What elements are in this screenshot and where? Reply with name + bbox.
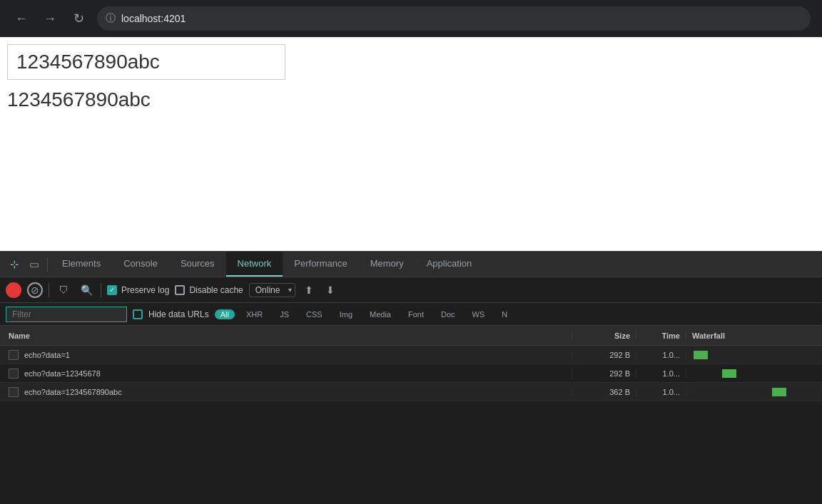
- devtools-tabs-bar: ⊹ ▭ Elements Console Sources Network Per…: [0, 252, 822, 277]
- filter-pill-n[interactable]: N: [496, 309, 513, 319]
- row-time-2: 1.0...: [636, 369, 686, 378]
- toolbar-separator-1: [49, 283, 49, 297]
- table-row[interactable]: echo?data=12345678 292 B 1.0...: [0, 364, 822, 383]
- page-text: 1234567890abc: [7, 88, 815, 111]
- row-size-3: 362 B: [572, 388, 636, 396]
- filter-bar: Hide data URLs All XHR JS CSS Img Media …: [0, 303, 822, 326]
- hide-data-urls-checkbox[interactable]: [133, 309, 143, 319]
- disable-cache-checkbox[interactable]: [175, 285, 185, 295]
- col-header-size: Size: [572, 331, 636, 340]
- forward-button[interactable]: →: [40, 9, 60, 29]
- filter-pill-css[interactable]: CSS: [300, 309, 328, 319]
- clear-button[interactable]: ⊘: [27, 282, 43, 298]
- row-name-3: echo?data=1234567890abc: [0, 387, 572, 397]
- network-toolbar: ⊘ ⛉ 🔍 ✓ Preserve log Disable cache Onlin…: [0, 277, 822, 303]
- row-checkbox-2: [9, 369, 19, 379]
- throttle-select[interactable]: Online: [249, 283, 295, 297]
- device-icon-btn[interactable]: ▭: [24, 254, 44, 274]
- filter-pill-all[interactable]: All: [215, 309, 235, 319]
- back-button[interactable]: ←: [11, 9, 31, 29]
- waterfall-bar-1: [694, 351, 708, 359]
- address-bar[interactable]: ⓘ localhost:4201: [97, 6, 811, 31]
- row-time-1: 1.0...: [636, 351, 686, 359]
- row-size-2: 292 B: [572, 369, 636, 378]
- filter-pill-doc[interactable]: Doc: [435, 309, 461, 319]
- cursor-icon-btn[interactable]: ⊹: [4, 254, 24, 274]
- row-checkbox-1: [9, 350, 19, 360]
- info-icon: ⓘ: [106, 12, 116, 25]
- filter-pill-img[interactable]: Img: [334, 309, 358, 319]
- main-input[interactable]: [7, 44, 285, 80]
- network-table: Name Size Time Waterfall echo?data=1 292…: [0, 326, 822, 504]
- col-header-time: Time: [636, 331, 686, 340]
- tab-sources[interactable]: Sources: [169, 252, 226, 277]
- filter-pill-media[interactable]: Media: [364, 309, 397, 319]
- row-name-1: echo?data=1: [0, 350, 572, 360]
- throttle-wrapper: Online ▾: [249, 283, 295, 297]
- toolbar-separator-2: [101, 283, 101, 297]
- preserve-log-label[interactable]: ✓ Preserve log: [107, 285, 169, 295]
- waterfall-bar-3: [772, 388, 786, 396]
- upload-icon[interactable]: ⬆: [301, 282, 317, 298]
- row-name-2: echo?data=12345678: [0, 369, 572, 379]
- table-row[interactable]: echo?data=1 292 B 1.0...: [0, 346, 822, 364]
- tab-separator-1: [47, 257, 48, 272]
- col-header-name: Name: [0, 331, 572, 340]
- record-button[interactable]: [6, 282, 21, 298]
- tab-network[interactable]: Network: [226, 252, 283, 277]
- filter-pill-font[interactable]: Font: [402, 309, 430, 319]
- row-time-3: 1.0...: [636, 388, 686, 396]
- url-text: localhost:4201: [121, 13, 186, 24]
- tab-console[interactable]: Console: [112, 252, 169, 277]
- reload-button[interactable]: ↻: [68, 9, 88, 29]
- browser-chrome: ← → ↻ ⓘ localhost:4201: [0, 0, 822, 37]
- hide-data-urls-label: Hide data URLs: [148, 309, 209, 319]
- filter-pill-xhr[interactable]: XHR: [240, 309, 268, 319]
- page-content: 1234567890abc: [0, 37, 822, 251]
- filter-pill-js[interactable]: JS: [274, 309, 295, 319]
- devtools-panel: ⊹ ▭ Elements Console Sources Network Per…: [0, 251, 822, 504]
- table-row[interactable]: echo?data=1234567890abc 362 B 1.0...: [0, 383, 822, 401]
- row-waterfall-1: [686, 346, 822, 364]
- row-waterfall-3: [686, 383, 822, 401]
- filter-input[interactable]: [6, 307, 127, 322]
- waterfall-bar-2: [722, 369, 736, 378]
- row-waterfall-2: [686, 364, 822, 382]
- tab-performance[interactable]: Performance: [283, 252, 358, 277]
- tab-application[interactable]: Application: [415, 252, 484, 277]
- row-size-1: 292 B: [572, 351, 636, 359]
- table-header: Name Size Time Waterfall: [0, 326, 822, 346]
- filter-pill-ws[interactable]: WS: [467, 309, 491, 319]
- tab-memory[interactable]: Memory: [359, 252, 415, 277]
- search-icon-btn[interactable]: 🔍: [78, 282, 95, 299]
- download-icon[interactable]: ⬇: [323, 282, 338, 298]
- col-header-waterfall: Waterfall: [686, 331, 822, 340]
- tab-elements[interactable]: Elements: [51, 252, 112, 277]
- filter-icon-btn[interactable]: ⛉: [55, 282, 72, 299]
- row-checkbox-3: [9, 387, 19, 397]
- disable-cache-label[interactable]: Disable cache: [175, 285, 243, 295]
- preserve-log-checkbox[interactable]: ✓: [107, 285, 117, 295]
